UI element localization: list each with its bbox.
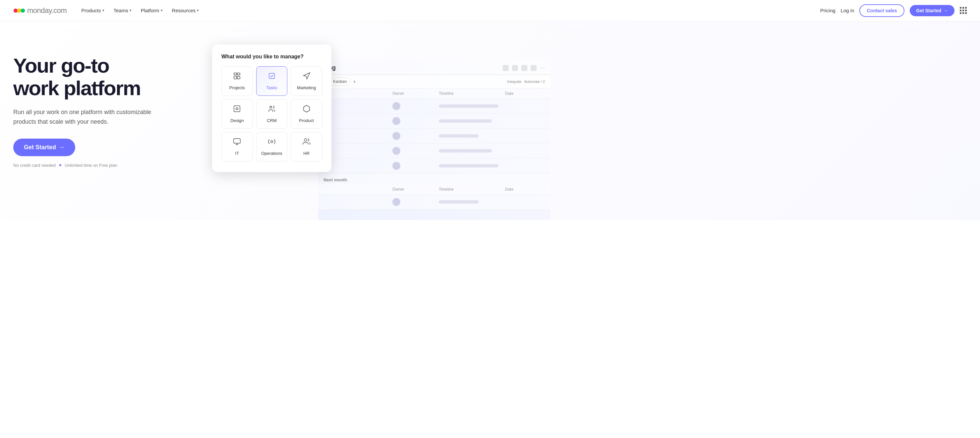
skeleton-bar [439, 200, 479, 204]
svg-point-15 [304, 139, 307, 141]
svg-rect-7 [269, 73, 274, 79]
navbar: monday.com Products ▾ Teams ▾ Platform ▾… [0, 0, 980, 21]
toolbar-right: Integrate Automate / 2 [507, 80, 545, 84]
hero-section: Your go-to work platform Run all your wo… [0, 21, 980, 220]
avatar [392, 117, 400, 125]
logo-icon [13, 6, 25, 14]
nav-item-platform[interactable]: Platform ▾ [137, 5, 167, 16]
svg-point-2 [21, 8, 25, 13]
dashboard-more-icon: ··· [540, 64, 545, 71]
svg-rect-6 [237, 76, 240, 79]
section-next-month: Next month [318, 174, 550, 184]
hr-icon [302, 138, 310, 148]
projects-icon [233, 72, 241, 82]
svg-rect-8 [234, 106, 240, 112]
crm-icon [268, 105, 276, 115]
chevron-down-icon: ▾ [130, 8, 132, 13]
nav-links: Products ▾ Teams ▾ Platform ▾ Resources … [77, 5, 203, 16]
skeleton-bar [439, 104, 498, 108]
navbar-right: Pricing Log in Contact sales Get Started… [820, 4, 967, 17]
hero-disclaimer: No credit card needed ✦ Unlimited time o… [13, 163, 199, 168]
operations-icon [268, 138, 276, 148]
it-icon [233, 138, 241, 148]
skeleton-bar [439, 164, 498, 167]
apps-grid-icon[interactable] [960, 7, 967, 14]
table-header-2: Owner Timeline Date [318, 184, 550, 194]
marketing-icon [302, 72, 310, 82]
svg-point-0 [14, 8, 18, 13]
tasks-icon [268, 72, 276, 82]
dashboard-top-icons: ··· [503, 64, 545, 71]
skeleton-bar [439, 119, 492, 123]
dashboard-toolbar: ⊞ Kanban + Integrate Automate / 2 [318, 75, 550, 89]
table-row [318, 194, 550, 210]
dashboard-header: ...ng ··· [318, 61, 550, 75]
nav-item-teams[interactable]: Teams ▾ [110, 5, 135, 16]
contact-sales-button[interactable]: Contact sales [859, 4, 904, 17]
chevron-down-icon: ▾ [197, 8, 199, 13]
avatar [392, 132, 400, 140]
option-hr[interactable]: HR [291, 132, 322, 161]
svg-point-10 [270, 106, 272, 108]
table-row [318, 129, 550, 143]
skeleton-bar [439, 149, 492, 153]
svg-rect-11 [234, 139, 240, 143]
dashboard-background: ...ng ··· ⊞ Kanban + Integrate Automate … [318, 61, 550, 220]
marketing-label: Marketing [297, 85, 316, 90]
skeleton-bar [439, 134, 479, 138]
kanban-chip[interactable]: Kanban [329, 78, 350, 86]
logo-text: monday.com [27, 6, 67, 15]
option-it[interactable]: IT [221, 132, 253, 161]
modal-title: What would you like to manage? [221, 54, 322, 60]
get-started-nav-button[interactable]: Get Started → [910, 5, 955, 16]
option-projects[interactable]: Projects [221, 66, 253, 96]
nav-item-resources[interactable]: Resources ▾ [168, 5, 203, 16]
pricing-link[interactable]: Pricing [820, 8, 835, 13]
operations-label: Operations [261, 151, 282, 156]
svg-rect-3 [234, 73, 237, 75]
col-timeline: Timeline [439, 91, 505, 96]
product-icon [302, 105, 310, 115]
options-grid: Projects Tasks Marketing [221, 66, 322, 161]
option-marketing[interactable]: Marketing [291, 66, 322, 96]
table-row [318, 143, 550, 158]
option-tasks[interactable]: Tasks [256, 66, 288, 96]
svg-point-14 [271, 140, 273, 143]
option-operations[interactable]: Operations [256, 132, 288, 161]
col-owner: Owner [392, 91, 439, 96]
avatar [392, 147, 400, 155]
option-crm[interactable]: CRM [256, 99, 288, 129]
col-date: Date [505, 91, 545, 96]
table-header: Owner Timeline Date [318, 89, 550, 99]
col-name [323, 91, 392, 96]
avatar [392, 198, 400, 206]
add-view-button[interactable]: + [353, 79, 356, 84]
avatar [392, 102, 400, 110]
automate-button[interactable]: Automate / 2 [524, 80, 545, 84]
table-row [318, 158, 550, 174]
hero-title: Your go-to work platform [13, 54, 199, 99]
logo[interactable]: monday.com [13, 6, 67, 15]
chevron-down-icon: ▾ [102, 8, 104, 13]
get-started-hero-button[interactable]: Get Started → [13, 139, 75, 156]
product-label: Product [299, 118, 314, 123]
login-link[interactable]: Log in [841, 8, 854, 13]
tasks-label: Tasks [266, 85, 277, 90]
svg-point-9 [236, 108, 238, 110]
hr-label: HR [303, 151, 310, 156]
projects-label: Projects [229, 85, 245, 90]
crm-label: CRM [267, 118, 277, 123]
table-row [318, 114, 550, 129]
svg-rect-5 [234, 76, 237, 79]
option-design[interactable]: Design [221, 99, 253, 129]
hero-left: Your go-to work platform Run all your wo… [13, 41, 199, 168]
it-label: IT [235, 151, 239, 156]
avatar [392, 162, 400, 170]
nav-item-products[interactable]: Products ▾ [77, 5, 108, 16]
design-icon [233, 105, 241, 115]
svg-point-1 [17, 8, 22, 13]
integrate-button[interactable]: Integrate [507, 80, 521, 84]
option-product[interactable]: Product [291, 99, 322, 129]
table-row [318, 99, 550, 114]
dashboard-table: Owner Timeline Date [318, 89, 550, 210]
